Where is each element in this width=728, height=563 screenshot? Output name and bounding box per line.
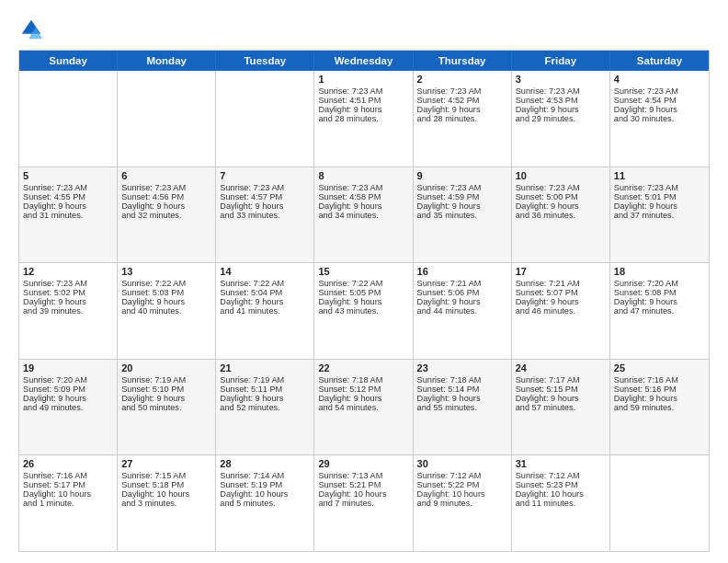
calendar-day-cell: 14Sunrise: 7:22 AMSunset: 5:04 PMDayligh… [216, 263, 314, 359]
day-info-line: Daylight: 9 hours [614, 201, 705, 211]
day-info-line: Sunrise: 7:22 AM [318, 279, 408, 288]
day-info-line: and 28 minutes. [417, 114, 507, 123]
calendar-empty-cell [610, 455, 709, 551]
day-info-line: and 39 minutes. [23, 306, 113, 316]
weekday-header: Sunday [19, 51, 118, 71]
day-info-line: Sunrise: 7:14 AM [220, 471, 310, 480]
day-number: 4 [614, 74, 705, 85]
calendar-day-cell: 25Sunrise: 7:16 AMSunset: 5:16 PMDayligh… [610, 360, 709, 455]
calendar: SundayMondayTuesdayWednesdayThursdayFrid… [18, 50, 710, 552]
day-info-line: Sunrise: 7:22 AM [220, 279, 310, 288]
day-info-line: Daylight: 9 hours [516, 105, 606, 114]
day-info-line: Daylight: 9 hours [417, 297, 507, 306]
day-number: 18 [614, 266, 705, 277]
logo [18, 17, 48, 42]
calendar-row: 26Sunrise: 7:16 AMSunset: 5:17 PMDayligh… [19, 454, 709, 551]
day-info-line: Sunrise: 7:18 AM [417, 375, 507, 385]
calendar-row: 12Sunrise: 7:23 AMSunset: 5:02 PMDayligh… [19, 262, 709, 359]
day-info-line: Daylight: 9 hours [23, 297, 113, 306]
day-info-line: and 52 minutes. [220, 403, 310, 412]
day-number: 28 [220, 458, 310, 469]
day-info-line: and 36 minutes. [516, 211, 606, 220]
day-info-line: Daylight: 9 hours [23, 394, 113, 403]
day-info-line: and 33 minutes. [220, 211, 310, 220]
day-info-line: and 44 minutes. [417, 306, 507, 316]
calendar-row: 19Sunrise: 7:20 AMSunset: 5:09 PMDayligh… [19, 359, 709, 455]
calendar-day-cell: 26Sunrise: 7:16 AMSunset: 5:17 PMDayligh… [19, 455, 118, 551]
day-number: 10 [516, 170, 606, 181]
day-number: 17 [516, 266, 606, 277]
weekday-header: Saturday [610, 51, 709, 71]
day-info-line: Sunrise: 7:23 AM [318, 183, 408, 192]
day-number: 26 [23, 458, 113, 469]
day-info-line: Sunset: 4:51 PM [318, 96, 408, 105]
day-info-line: Sunset: 5:22 PM [417, 480, 507, 489]
day-info-line: Daylight: 9 hours [318, 201, 408, 211]
day-info-line: Sunset: 5:21 PM [318, 480, 408, 489]
day-info-line: Sunrise: 7:20 AM [614, 279, 705, 288]
day-info-line: Sunset: 5:12 PM [318, 385, 408, 394]
day-info-line: and 47 minutes. [614, 306, 705, 316]
day-info-line: and 55 minutes. [417, 403, 507, 412]
day-info-line: and 28 minutes. [318, 114, 408, 123]
day-info-line: Sunset: 4:56 PM [121, 192, 211, 201]
day-info-line: Sunrise: 7:21 AM [516, 279, 606, 288]
calendar-day-cell: 18Sunrise: 7:20 AMSunset: 5:08 PMDayligh… [610, 263, 709, 359]
day-info-line: Sunrise: 7:19 AM [220, 375, 310, 385]
day-info-line: Daylight: 9 hours [417, 201, 507, 211]
calendar-day-cell: 5Sunrise: 7:23 AMSunset: 4:55 PMDaylight… [19, 167, 118, 263]
day-number: 30 [417, 458, 507, 469]
day-info-line: and 49 minutes. [23, 403, 113, 412]
day-info-line: Daylight: 9 hours [614, 105, 705, 114]
day-number: 19 [23, 362, 113, 373]
day-info-line: Daylight: 9 hours [23, 201, 113, 211]
calendar-header-row: SundayMondayTuesdayWednesdayThursdayFrid… [19, 51, 709, 71]
day-number: 1 [318, 74, 408, 85]
day-info-line: Daylight: 9 hours [516, 297, 606, 306]
logo-icon [18, 17, 44, 42]
day-info-line: Sunrise: 7:23 AM [220, 183, 310, 192]
calendar-day-cell: 4Sunrise: 7:23 AMSunset: 4:54 PMDaylight… [610, 71, 709, 167]
calendar-day-cell: 24Sunrise: 7:17 AMSunset: 5:15 PMDayligh… [512, 360, 610, 455]
day-number: 11 [614, 170, 705, 181]
day-info-line: and 30 minutes. [614, 114, 705, 123]
day-info-line: Sunrise: 7:23 AM [417, 183, 507, 192]
calendar-empty-cell [19, 71, 118, 167]
calendar-day-cell: 19Sunrise: 7:20 AMSunset: 5:09 PMDayligh… [19, 360, 118, 455]
day-info-line: and 57 minutes. [516, 403, 606, 412]
day-info-line: Sunrise: 7:23 AM [614, 183, 705, 192]
day-info-line: Sunrise: 7:23 AM [516, 86, 606, 96]
day-info-line: Daylight: 9 hours [121, 201, 211, 211]
day-info-line: Sunset: 4:55 PM [23, 192, 113, 201]
day-info-line: Daylight: 9 hours [121, 297, 211, 306]
day-info-line: Sunset: 4:59 PM [417, 192, 507, 201]
day-info-line: Sunrise: 7:20 AM [23, 375, 113, 385]
calendar-day-cell: 28Sunrise: 7:14 AMSunset: 5:19 PMDayligh… [216, 455, 314, 551]
day-info-line: and 43 minutes. [318, 306, 408, 316]
day-info-line: Daylight: 9 hours [614, 394, 705, 403]
day-info-line: Sunset: 5:11 PM [220, 385, 310, 394]
day-info-line: and 40 minutes. [121, 306, 211, 316]
day-number: 13 [121, 266, 211, 277]
calendar-day-cell: 30Sunrise: 7:12 AMSunset: 5:22 PMDayligh… [414, 455, 512, 551]
day-info-line: Sunset: 5:02 PM [23, 288, 113, 297]
weekday-header: Tuesday [216, 51, 314, 71]
day-info-line: Sunrise: 7:23 AM [614, 86, 705, 96]
header [18, 17, 710, 42]
day-number: 23 [417, 362, 507, 373]
day-info-line: Sunset: 4:58 PM [318, 192, 408, 201]
day-number: 31 [516, 458, 606, 469]
day-info-line: Sunset: 4:53 PM [516, 96, 606, 105]
day-number: 5 [23, 170, 113, 181]
day-info-line: Sunrise: 7:16 AM [614, 375, 705, 385]
day-info-line: and 32 minutes. [121, 211, 211, 220]
day-info-line: and 31 minutes. [23, 211, 113, 220]
day-info-line: Sunrise: 7:12 AM [516, 471, 606, 480]
day-info-line: Sunrise: 7:16 AM [23, 471, 113, 480]
day-info-line: Sunset: 5:05 PM [318, 288, 408, 297]
day-info-line: and 29 minutes. [516, 114, 606, 123]
day-info-line: Daylight: 9 hours [417, 394, 507, 403]
day-info-line: Daylight: 9 hours [318, 105, 408, 114]
calendar-day-cell: 7Sunrise: 7:23 AMSunset: 4:57 PMDaylight… [216, 167, 314, 263]
day-info-line: and 37 minutes. [614, 211, 705, 220]
